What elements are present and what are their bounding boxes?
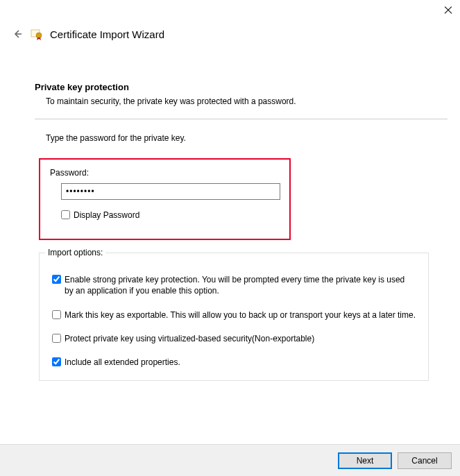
opt-strong-protection-label: Enable strong private key protection. Yo… [65, 274, 416, 296]
footer-bar: Next Cancel [0, 444, 460, 476]
wizard-header: Certificate Import Wizard [10, 26, 164, 42]
password-label: Password: [50, 168, 280, 178]
opt-extended-props-checkbox[interactable] [52, 357, 61, 366]
section-description: To maintain security, the private key wa… [46, 96, 448, 106]
section-title: Private key protection [35, 82, 448, 92]
cancel-button[interactable]: Cancel [398, 452, 452, 469]
opt-virtualized-checkbox[interactable] [52, 334, 61, 343]
opt-strong-protection-checkbox[interactable] [52, 275, 61, 284]
import-options-legend: Import options: [45, 248, 105, 257]
opt-exportable-label: Mark this key as exportable. This will a… [65, 309, 416, 321]
svg-point-2 [36, 33, 42, 38]
certificate-wizard-icon [31, 28, 43, 40]
wizard-content: Private key protection To maintain secur… [35, 82, 448, 381]
opt-virtualized-label: Protect private key using virtualized-ba… [65, 333, 314, 344]
close-icon[interactable] [443, 6, 453, 15]
display-password-checkbox[interactable] [61, 210, 70, 219]
display-password-label: Display Password [74, 210, 139, 221]
password-highlight-box: Password: Display Password [39, 158, 291, 240]
instruction-text: Type the password for the private key. [46, 133, 448, 143]
back-arrow-icon[interactable] [10, 26, 25, 42]
next-button[interactable]: Next [338, 452, 392, 469]
opt-exportable-checkbox[interactable] [52, 310, 61, 319]
opt-extended-props-label: Include all extended properties. [65, 357, 180, 368]
divider [35, 119, 448, 119]
password-input[interactable] [61, 183, 280, 200]
import-options-group: Import options: Enable strong private ke… [39, 253, 429, 381]
wizard-title: Certificate Import Wizard [50, 28, 164, 40]
